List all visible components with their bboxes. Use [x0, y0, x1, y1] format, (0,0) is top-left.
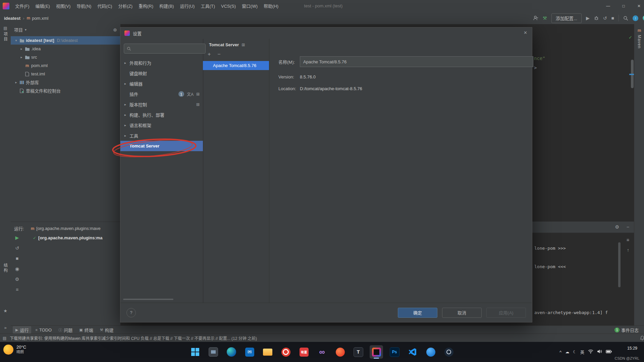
menu-file[interactable]: 文件(F): [12, 0, 33, 12]
tray-cloud-icon[interactable]: ☁: [565, 350, 569, 354]
tab-terminal[interactable]: ▣ 终端: [76, 326, 96, 334]
clock[interactable]: 15:29: [627, 346, 637, 351]
menu-view[interactable]: 视图(V): [53, 0, 73, 12]
filter-icon[interactable]: ◉: [15, 266, 19, 271]
description-icon[interactable]: ⊞: [241, 43, 245, 47]
locate-file-icon[interactable]: ⊕: [113, 27, 117, 32]
tree-row-external-libraries[interactable]: ▸ 外部库: [11, 78, 120, 86]
tray-language-indicator[interactable]: 英: [580, 349, 584, 355]
tree-row-scratches[interactable]: 草稿文件和控制台: [11, 86, 120, 95]
settings-item-editor[interactable]: ▸ 编辑器: [120, 78, 203, 89]
stop-icon[interactable]: ■: [16, 256, 18, 261]
maven-tool-tab[interactable]: m Maven: [634, 28, 644, 49]
collapse-all-icon[interactable]: ≡: [16, 287, 18, 292]
notifications-bell-icon[interactable]: [640, 336, 644, 341]
build-wrench-icon[interactable]: ⚒: [543, 16, 547, 20]
cancel-button[interactable]: 取消: [442, 308, 482, 318]
steam-icon[interactable]: [442, 345, 455, 359]
settings-item-build-execution[interactable]: ▸ 构建、执行、部署: [120, 110, 203, 120]
menu-help[interactable]: 帮助(H): [261, 0, 281, 12]
settings-item-tomcat-server[interactable]: Tomcat Server: [120, 141, 203, 151]
menu-analyze[interactable]: 分析(Z): [115, 0, 136, 12]
chevron-right-icon[interactable]: ▸: [124, 61, 129, 65]
menu-run[interactable]: 运行(U): [177, 0, 198, 12]
name-input[interactable]: Apache Tomcat/8.5.76: [300, 56, 533, 67]
rerun-coverage-icon[interactable]: ↺: [603, 16, 607, 20]
chevron-right-icon[interactable]: ▸: [124, 134, 129, 137]
favorites-tool-tab[interactable]: ★: [0, 308, 11, 313]
mail-icon[interactable]: ✉: [243, 345, 256, 359]
help-button[interactable]: ?: [126, 308, 136, 317]
volume-icon[interactable]: [597, 349, 602, 355]
run-configuration-text[interactable]: [org.apache.maven.plugins:mave: [36, 226, 101, 231]
dialog-title-bar[interactable]: 设置 ✕: [120, 27, 532, 39]
tab-build[interactable]: ⚒ 构建: [97, 326, 116, 334]
ide-update-icon[interactable]: ↑: [633, 15, 638, 21]
breadcrumb-file[interactable]: pom.xml: [32, 16, 48, 21]
visual-studio-icon[interactable]: ∞: [315, 345, 329, 359]
rerun-failed-icon[interactable]: ↺: [15, 246, 19, 250]
structure-tool-tab[interactable]: 结构: [0, 263, 11, 273]
dialog-close-icon[interactable]: ✕: [524, 31, 527, 35]
flame-app-icon[interactable]: [333, 345, 347, 359]
soft-wrap-icon[interactable]: ≡: [627, 238, 629, 242]
tree-row-project-root[interactable]: ▾ ideatest [test] D:\ideatest: [11, 36, 120, 45]
tab-todo[interactable]: ≡ TODO: [33, 326, 54, 334]
file-explorer-icon[interactable]: [261, 345, 274, 359]
minimize-button[interactable]: —: [600, 0, 616, 12]
chevron-down-icon[interactable]: ▾: [13, 39, 19, 42]
tree-row-test-iml[interactable]: test.iml: [11, 70, 120, 78]
tree-row-pom-xml[interactable]: m pom.xml: [11, 61, 120, 70]
menu-refactor[interactable]: 重构(R): [136, 0, 156, 12]
youdao-icon[interactable]: 有道: [297, 345, 311, 359]
vscode-icon[interactable]: [406, 345, 419, 359]
run-settings-icon[interactable]: ⚙: [15, 277, 19, 282]
settings-item-languages[interactable]: ▸ 语言和框架: [120, 120, 203, 130]
menu-tools[interactable]: 工具(T): [198, 0, 218, 12]
settings-item-keymap[interactable]: 键盘映射: [120, 68, 203, 78]
minimize-panel-icon[interactable]: −: [627, 225, 629, 229]
search-everywhere-icon[interactable]: [623, 16, 628, 21]
chevron-right-icon[interactable]: ▸: [124, 123, 129, 127]
tray-moon-icon[interactable]: ☾: [573, 350, 577, 354]
tree-row-src-folder[interactable]: ▸ src: [11, 53, 120, 61]
chevron-right-icon[interactable]: ▸: [124, 82, 129, 85]
run-icon[interactable]: ▶: [586, 16, 590, 20]
close-button[interactable]: ✕: [631, 0, 644, 12]
run-result-text[interactable]: [org.apache.maven.plugins:ma: [38, 235, 102, 240]
breadcrumb-project[interactable]: ideatest: [4, 16, 20, 21]
user-profile-icon[interactable]: [533, 15, 538, 21]
menu-build[interactable]: 构建(B): [156, 0, 177, 12]
chevron-right-icon[interactable]: ▸: [13, 80, 19, 84]
menu-vcs[interactable]: VCS(S): [218, 0, 239, 12]
chevron-right-icon[interactable]: ▸: [19, 47, 24, 51]
settings-item-tools[interactable]: ▸ 工具: [120, 130, 203, 141]
code-with-me-icon[interactable]: [643, 15, 644, 21]
task-view-icon[interactable]: [207, 345, 220, 359]
remove-icon[interactable]: −: [217, 52, 220, 57]
debug-bug-icon[interactable]: [594, 16, 599, 20]
apply-button[interactable]: 应用(A): [486, 308, 526, 318]
intellij-idea-icon[interactable]: [370, 345, 383, 359]
chevron-right-icon[interactable]: ▸: [124, 113, 129, 117]
tray-expand-icon[interactable]: ^: [559, 350, 561, 355]
project-tool-tab[interactable]: ▤ 项目: [0, 26, 11, 42]
rerun-icon[interactable]: ▶: [15, 235, 19, 240]
maximize-button[interactable]: □: [616, 0, 631, 12]
settings-search-input[interactable]: [124, 44, 206, 54]
wifi-icon[interactable]: [588, 349, 593, 355]
red-circle-app-icon[interactable]: [279, 345, 292, 359]
chevron-right-icon[interactable]: ▸: [19, 55, 24, 59]
horizontal-scrollbar[interactable]: [123, 299, 173, 300]
more-tool-windows-icon[interactable]: »: [0, 325, 11, 330]
settings-item-version-control[interactable]: ▸ 版本控制 ⊞: [120, 99, 203, 110]
add-configuration-button[interactable]: 添加配置...: [551, 13, 582, 23]
edge-icon[interactable]: [225, 345, 238, 359]
typora-icon[interactable]: T: [352, 345, 365, 359]
battery-icon[interactable]: [606, 350, 612, 354]
stop-icon[interactable]: ■: [611, 16, 614, 20]
blue-circle-app-icon[interactable]: [424, 345, 437, 359]
tab-run[interactable]: ▶ 运行: [13, 326, 31, 334]
tool-windows-icon[interactable]: ▤: [3, 336, 6, 340]
tree-row-idea-folder[interactable]: ▸ .idea: [11, 45, 120, 53]
